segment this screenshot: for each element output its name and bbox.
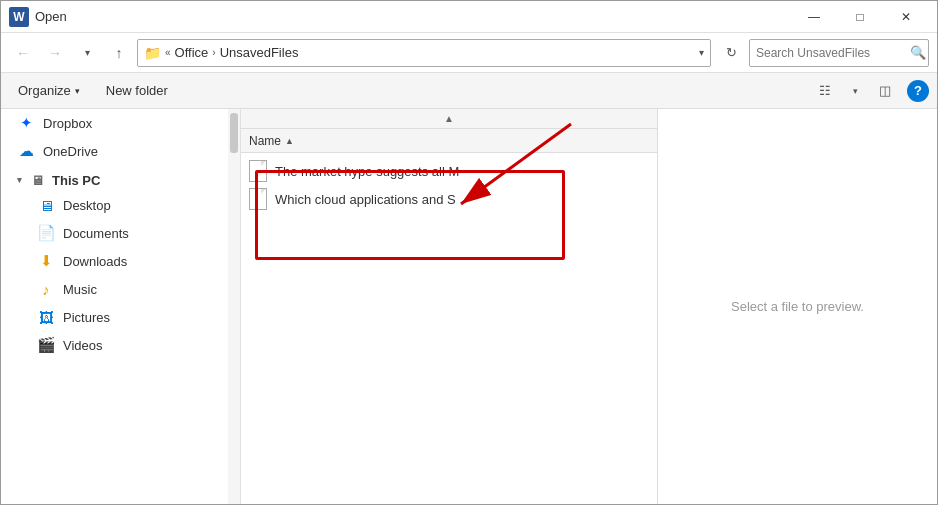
sidebar-label-documents: Documents xyxy=(63,226,129,241)
address-bar[interactable]: 📁 « Office › UnsavedFiles ▾ xyxy=(137,39,711,67)
folder-icon: 📁 xyxy=(144,45,161,61)
file-area: ▲ Name ▲ The market hype suggests all M … xyxy=(241,109,657,504)
organize-label: Organize xyxy=(18,83,71,98)
documents-icon: 📄 xyxy=(37,224,55,242)
open-dialog: W Open — □ ✕ ← → ▾ ↑ 📁 « Office › Unsave… xyxy=(0,0,938,505)
forward-button[interactable]: → xyxy=(41,39,69,67)
address-dropdown-icon[interactable]: ▾ xyxy=(699,47,704,58)
toolbar: ← → ▾ ↑ 📁 « Office › UnsavedFiles ▾ ↻ 🔍 xyxy=(1,33,937,73)
new-folder-button[interactable]: New folder xyxy=(97,77,177,105)
music-icon: ♪ xyxy=(37,280,55,298)
address-segment-unsaved[interactable]: UnsavedFiles xyxy=(220,45,299,60)
sidebar-item-music[interactable]: ♪ Music xyxy=(1,275,240,303)
maximize-button[interactable]: □ xyxy=(837,1,883,33)
sidebar-label-downloads: Downloads xyxy=(63,254,127,269)
pc-icon: 🖥 xyxy=(28,171,46,189)
view-panel-icon: ◫ xyxy=(879,83,891,98)
dropbox-icon: ✦ xyxy=(17,114,35,132)
search-icon: 🔍 xyxy=(910,45,926,60)
back-button[interactable]: ← xyxy=(9,39,37,67)
search-input[interactable] xyxy=(756,46,906,60)
column-header: Name ▲ xyxy=(241,129,657,153)
organize-button[interactable]: Organize ▾ xyxy=(9,77,89,105)
sidebar-label-videos: Videos xyxy=(63,338,103,353)
sidebar-item-pictures[interactable]: 🖼 Pictures xyxy=(1,303,240,331)
view-details-icon: ☷ xyxy=(819,83,831,98)
action-bar: Organize ▾ New folder ☷ ▾ ◫ ? xyxy=(1,73,937,109)
sidebar-item-videos[interactable]: 🎬 Videos xyxy=(1,331,240,359)
window-title: Open xyxy=(35,9,791,24)
app-icon: W xyxy=(9,7,29,27)
preview-empty-text: Select a file to preview. xyxy=(731,299,864,314)
file-icon-1 xyxy=(249,160,267,182)
dropdown-nav-button[interactable]: ▾ xyxy=(73,39,101,67)
sort-area: ▲ xyxy=(241,109,657,129)
sidebar-scrollbar[interactable] xyxy=(228,109,240,504)
column-name-label[interactable]: Name xyxy=(249,134,281,148)
sidebar-item-documents[interactable]: 📄 Documents xyxy=(1,219,240,247)
file-item-2[interactable]: Which cloud applications and S xyxy=(241,185,657,213)
sort-arrow-icon: ▲ xyxy=(285,136,294,146)
help-button[interactable]: ? xyxy=(907,80,929,102)
view-panel-button[interactable]: ◫ xyxy=(871,77,899,105)
view-buttons: ☷ ▾ ◫ xyxy=(811,77,899,105)
address-chevron-left: « xyxy=(165,47,171,58)
sort-up-arrow: ▲ xyxy=(444,113,454,124)
view-details-button[interactable]: ☷ xyxy=(811,77,839,105)
sidebar-item-onedrive[interactable]: ☁ OneDrive xyxy=(1,137,240,165)
sidebar-label-dropbox: Dropbox xyxy=(43,116,92,131)
word-icon: W xyxy=(9,7,29,27)
onedrive-icon: ☁ xyxy=(17,142,35,160)
sidebar-item-dropbox[interactable]: ✦ Dropbox xyxy=(1,109,240,137)
desktop-icon: 🖥 xyxy=(37,196,55,214)
new-folder-label: New folder xyxy=(106,83,168,98)
file-name-1: The market hype suggests all M xyxy=(275,164,459,179)
close-button[interactable]: ✕ xyxy=(883,1,929,33)
sidebar-label-thispc: This PC xyxy=(52,173,100,188)
sidebar-item-thispc[interactable]: ▾ 🖥 This PC xyxy=(1,165,240,191)
downloads-icon: ⬇ xyxy=(37,252,55,270)
sidebar-label-music: Music xyxy=(63,282,97,297)
sidebar-item-downloads[interactable]: ⬇ Downloads xyxy=(1,247,240,275)
thispc-expand-arrow: ▾ xyxy=(17,175,22,185)
main-content: ✦ Dropbox ☁ OneDrive ▾ 🖥 This PC 🖥 Deskt… xyxy=(1,109,937,504)
up-button[interactable]: ↑ xyxy=(105,39,133,67)
file-name-2: Which cloud applications and S xyxy=(275,192,456,207)
view-dropdown-button[interactable]: ▾ xyxy=(841,77,869,105)
file-icon-2 xyxy=(249,188,267,210)
minimize-button[interactable]: — xyxy=(791,1,837,33)
preview-panel: Select a file to preview. xyxy=(657,109,937,504)
videos-icon: 🎬 xyxy=(37,336,55,354)
organize-dropdown-icon: ▾ xyxy=(75,86,80,96)
pictures-icon: 🖼 xyxy=(37,308,55,326)
address-separator: › xyxy=(212,47,215,58)
sidebar: ✦ Dropbox ☁ OneDrive ▾ 🖥 This PC 🖥 Deskt… xyxy=(1,109,241,504)
address-segment-office[interactable]: Office xyxy=(175,45,209,60)
window-controls: — □ ✕ xyxy=(791,1,929,33)
sidebar-label-desktop: Desktop xyxy=(63,198,111,213)
address-path: 📁 « Office › UnsavedFiles xyxy=(144,45,695,61)
title-bar: W Open — □ ✕ xyxy=(1,1,937,33)
file-area-container: ▲ Name ▲ The market hype suggests all M … xyxy=(241,109,937,504)
search-bar[interactable]: 🔍 xyxy=(749,39,929,67)
sidebar-label-onedrive: OneDrive xyxy=(43,144,98,159)
sidebar-item-desktop[interactable]: 🖥 Desktop xyxy=(1,191,240,219)
sidebar-label-pictures: Pictures xyxy=(63,310,110,325)
file-list: The market hype suggests all M Which clo… xyxy=(241,153,657,504)
file-item-1[interactable]: The market hype suggests all M xyxy=(241,157,657,185)
refresh-button[interactable]: ↻ xyxy=(717,39,745,67)
sidebar-scroll-thumb xyxy=(230,113,238,153)
